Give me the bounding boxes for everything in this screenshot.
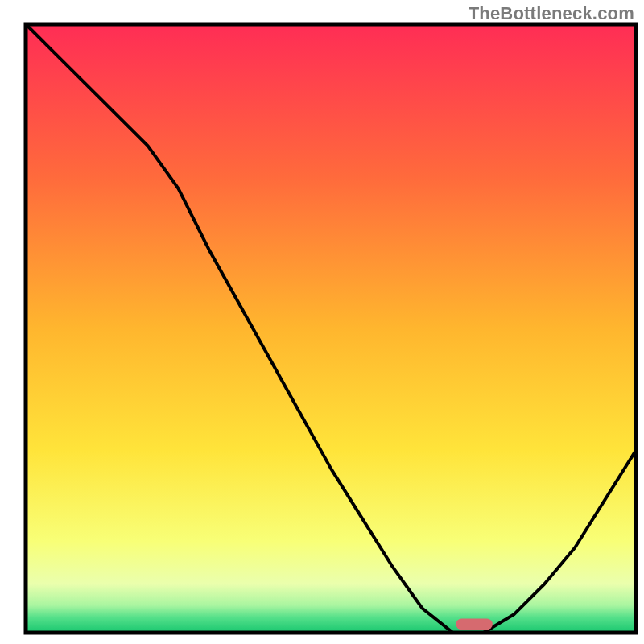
optimal-marker — [456, 618, 493, 630]
bottleneck-chart — [0, 0, 644, 644]
